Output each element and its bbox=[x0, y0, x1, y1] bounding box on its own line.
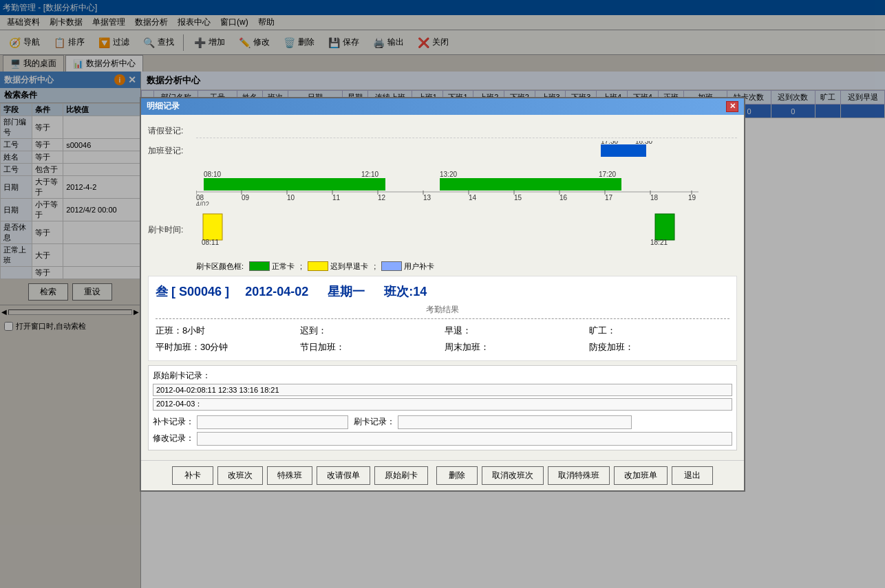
svg-text:16: 16 bbox=[559, 194, 568, 202]
supplement-label: 补卡记录： bbox=[153, 416, 194, 428]
attendance-fields: 正班：8小时 迟到： 早退： 旷工： 平时加班：30分钟 节日加班： 周末加班：… bbox=[156, 325, 729, 353]
late-early-label: 迟到早退卡 bbox=[330, 261, 368, 272]
vacation-section: 请假登记: bbox=[148, 124, 737, 138]
svg-text:04/02: 04/02 bbox=[196, 201, 209, 206]
svg-text:17: 17 bbox=[605, 194, 613, 202]
svg-text:09: 09 bbox=[242, 194, 250, 202]
absent-field: 旷工： bbox=[589, 325, 729, 337]
shift-area: 08:10 12:10 13:20 17:20 08 04/02 09 10 1… bbox=[196, 164, 737, 208]
card-in-time: 08:11 bbox=[202, 239, 219, 246]
records-section: 原始刷卡记录： 补卡记录： 刷卡记录： 修改记录： bbox=[148, 365, 737, 450]
weekend-overtime-field: 周末加班： bbox=[445, 341, 585, 353]
legend-prefix: 刷卡区颜色框: bbox=[196, 261, 244, 272]
shift-end2-label: 17:20 bbox=[599, 171, 616, 178]
supplement-row: 补卡记录： 刷卡记录： bbox=[153, 415, 732, 429]
color-legend: 刷卡区颜色框: 正常卡 ; 迟到早退卡 ; 用户补卡 bbox=[196, 261, 737, 272]
modal-buttons: 补卡 改班次 特殊班 改请假单 原始刷卡 删除 取消改班次 取消特殊班 改加班单… bbox=[141, 460, 744, 490]
card-label: 刷卡时间: bbox=[148, 224, 196, 236]
shift-bar-1 bbox=[204, 178, 385, 190]
card-in-bar bbox=[203, 214, 222, 240]
user-added-box bbox=[381, 261, 402, 271]
normal-card-box bbox=[249, 261, 270, 271]
svg-text:10: 10 bbox=[287, 194, 295, 202]
card-record-input[interactable] bbox=[398, 415, 632, 429]
modal-title-bar: 明细记录 ✕ bbox=[141, 98, 744, 115]
original-records-label: 原始刷卡记录： bbox=[153, 370, 732, 382]
shift-svg: 08:10 12:10 13:20 17:20 08 04/02 09 10 1… bbox=[196, 164, 699, 206]
overtime-svg: 17:30 18:30 bbox=[196, 141, 699, 162]
normal-card-label: 正常卡 bbox=[272, 261, 295, 272]
overtime-label: 加班登记: bbox=[148, 145, 196, 157]
normal-overtime-field: 平时加班：30分钟 bbox=[156, 341, 296, 353]
change-shift-btn[interactable]: 改班次 bbox=[217, 466, 263, 485]
modal-close-button[interactable]: ✕ bbox=[726, 101, 738, 112]
employee-info-section: 叁 [ S00046 ] 2012-04-02 星期一 班次:14 考勤结果 正… bbox=[148, 276, 737, 361]
modify-row: 修改记录： bbox=[153, 432, 732, 446]
modify-label: 修改记录： bbox=[153, 433, 194, 444]
special-shift-btn[interactable]: 特殊班 bbox=[267, 466, 312, 485]
modal-body: 请假登记: 加班登记: 17:30 18:30 bbox=[141, 115, 744, 460]
legend-user-added: 用户补卡 bbox=[381, 261, 434, 272]
supplement-card-btn[interactable]: 补卡 bbox=[172, 466, 213, 485]
early-field: 早退： bbox=[445, 325, 585, 337]
svg-text:12: 12 bbox=[378, 194, 386, 202]
employee-info-title: 叁 [ S00046 ] 2012-04-02 星期一 班次:14 bbox=[156, 283, 729, 300]
modal-dialog: 明细记录 ✕ 请假登记: 加班登记: 17:30 18:3 bbox=[140, 97, 745, 492]
card-record-field: 刷卡记录： bbox=[354, 415, 632, 429]
exit-btn[interactable]: 退出 bbox=[672, 466, 713, 485]
original-date2-input[interactable] bbox=[153, 398, 732, 411]
original-date1-input[interactable] bbox=[153, 384, 732, 396]
overtime-bar bbox=[601, 144, 646, 157]
vacation-label: 请假登记: bbox=[148, 125, 196, 137]
original-card-btn[interactable]: 原始刷卡 bbox=[374, 466, 428, 485]
svg-text:19: 19 bbox=[688, 194, 696, 202]
svg-text:18: 18 bbox=[650, 194, 659, 202]
card-out-bar bbox=[655, 214, 674, 240]
legend-normal: 正常卡 bbox=[249, 261, 295, 272]
card-out-time: 18:21 bbox=[650, 239, 668, 246]
late-early-box bbox=[308, 261, 328, 271]
overtime-start-label: 17:30 bbox=[601, 141, 618, 145]
epidemic-overtime-field: 防疫加班： bbox=[589, 341, 729, 353]
change-leave-btn[interactable]: 改请假单 bbox=[317, 466, 370, 485]
svg-text:15: 15 bbox=[514, 194, 522, 202]
card-record-label: 刷卡记录： bbox=[354, 416, 395, 428]
regular-field: 正班：8小时 bbox=[156, 325, 296, 337]
cancel-special-btn[interactable]: 取消特殊班 bbox=[548, 466, 610, 485]
svg-text:13: 13 bbox=[423, 194, 431, 202]
user-added-label: 用户补卡 bbox=[404, 261, 434, 272]
change-overtime-btn[interactable]: 改加班单 bbox=[614, 466, 668, 485]
overtime-section: 加班登记: 17:30 18:30 bbox=[148, 141, 737, 162]
cancel-shift-btn[interactable]: 取消改班次 bbox=[482, 466, 544, 485]
modify-input[interactable] bbox=[197, 432, 732, 446]
shift-bar-2 bbox=[440, 178, 621, 190]
overtime-end-label: 18:30 bbox=[635, 141, 652, 145]
shift-start2-label: 13:20 bbox=[440, 171, 457, 178]
delete-btn[interactable]: 删除 bbox=[436, 466, 478, 485]
shift-end1-label: 12:10 bbox=[361, 171, 378, 178]
attendance-result-subtitle: 考勤结果 bbox=[156, 304, 729, 319]
card-section: 刷卡时间: 08:11 18:21 bbox=[148, 210, 737, 259]
holiday-overtime-field: 节日加班： bbox=[300, 341, 440, 353]
svg-text:11: 11 bbox=[332, 194, 341, 202]
supplement-field: 补卡记录： bbox=[153, 415, 348, 429]
card-svg: 08:11 18:21 bbox=[196, 210, 699, 259]
svg-text:14: 14 bbox=[469, 194, 477, 202]
modal-overlay: 明细记录 ✕ 请假登记: 加班登记: 17:30 18:3 bbox=[0, 0, 885, 588]
late-field: 迟到： bbox=[300, 325, 440, 337]
legend-late-early: 迟到早退卡 bbox=[308, 261, 368, 272]
shift-start1-label: 08:10 bbox=[204, 171, 221, 178]
modal-title: 明细记录 bbox=[147, 100, 180, 112]
supplement-input[interactable] bbox=[197, 415, 348, 429]
